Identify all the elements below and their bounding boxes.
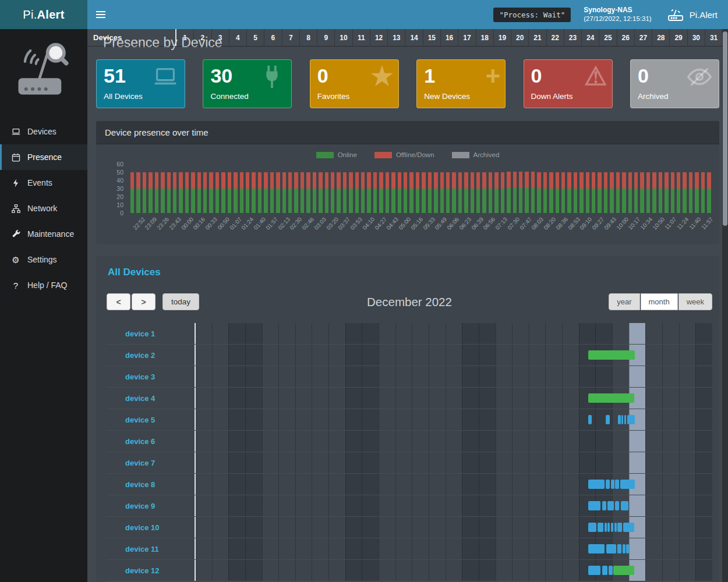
device-link[interactable]: device 8	[112, 480, 155, 489]
presence-bar	[270, 172, 274, 213]
day-cell	[629, 452, 646, 473]
legend-item-online[interactable]: Online	[316, 151, 357, 158]
header-brand-label: Pi.Alert	[690, 10, 718, 20]
presence-event-bar[interactable]	[606, 544, 616, 553]
presence-event-bar[interactable]	[602, 501, 606, 510]
summary-box-favorites[interactable]: 0Favorites★	[310, 59, 399, 108]
presence-event-bar[interactable]	[606, 480, 610, 489]
presence-event-bar[interactable]	[614, 523, 617, 532]
presence-event-bar[interactable]	[607, 523, 610, 532]
day-cell	[362, 366, 379, 387]
presence-event-bar[interactable]	[613, 566, 634, 575]
presence-event-bar[interactable]	[615, 501, 619, 510]
day-cell	[462, 538, 479, 559]
legend-item-archived[interactable]: Archived	[452, 151, 500, 158]
sidebar-item-presence[interactable]: Presence	[0, 144, 87, 170]
device-link[interactable]: device 1	[112, 329, 155, 338]
calendar-prev-button[interactable]: <	[107, 293, 130, 310]
day-cell	[278, 538, 295, 559]
presence-event-bar[interactable]	[588, 480, 605, 489]
presence-event-bar[interactable]	[621, 501, 628, 510]
day-cell	[379, 560, 395, 581]
day-cell	[245, 323, 262, 344]
device-link[interactable]: device 5	[112, 416, 155, 424]
sidebar-item-help-faq[interactable]: ?Help / FAQ	[0, 272, 87, 298]
day-cell	[196, 366, 212, 387]
presence-event-bar[interactable]	[598, 523, 603, 532]
device-link[interactable]: device 2	[112, 351, 155, 360]
presence-event-bar[interactable]	[627, 415, 635, 424]
scrollbar-thumb[interactable]	[723, 31, 727, 226]
device-row-device-1: device 1	[107, 323, 712, 345]
presence-event-bar[interactable]	[617, 544, 621, 553]
day-cell	[362, 345, 379, 365]
device-link[interactable]: device 12	[112, 566, 160, 575]
presence-event-bar[interactable]	[588, 501, 600, 510]
y-axis-tick: 40	[106, 177, 123, 184]
y-axis-tick: 50	[106, 169, 123, 176]
presence-event-bar[interactable]	[623, 544, 625, 553]
presence-event-bar[interactable]	[620, 480, 635, 489]
presence-event-bar[interactable]	[621, 415, 623, 424]
presence-event-bar[interactable]	[615, 480, 619, 489]
summary-box-label: Down Alerts	[531, 92, 605, 101]
calendar-next-button[interactable]: >	[132, 293, 156, 310]
sidebar-item-devices[interactable]: Devices	[0, 119, 87, 144]
presence-event-bar[interactable]	[588, 523, 596, 532]
presence-event-bar[interactable]	[624, 415, 626, 424]
day-cell	[212, 388, 229, 409]
calendar-today-button[interactable]: today	[162, 293, 199, 310]
device-link[interactable]: device 9	[112, 502, 155, 510]
day-cell	[529, 495, 546, 516]
summary-box-all-devices[interactable]: 51All Devices	[96, 59, 185, 108]
sidebar-item-events[interactable]: Events	[0, 170, 87, 196]
presence-event-bar[interactable]	[626, 544, 629, 553]
presence-event-bar[interactable]	[605, 523, 607, 532]
summary-box-archived[interactable]: 0Archived	[630, 59, 719, 108]
presence-event-bar[interactable]	[611, 523, 613, 532]
presence-event-bar[interactable]	[617, 523, 622, 532]
sidebar-item-settings[interactable]: ⚙Settings	[0, 247, 87, 272]
presence-event-bar[interactable]	[623, 523, 634, 532]
summary-box-new-devices[interactable]: 1New Devices+	[416, 59, 506, 108]
device-link[interactable]: device 7	[112, 459, 155, 467]
x-axis-label: 11:07	[662, 214, 674, 241]
day-cell	[662, 409, 679, 430]
presence-event-bar[interactable]	[588, 350, 635, 360]
presence-event-bar[interactable]	[618, 415, 620, 424]
device-link[interactable]: device 10	[112, 523, 160, 532]
presence-event-bar[interactable]	[602, 566, 608, 575]
presence-event-bar[interactable]	[609, 566, 613, 575]
sidebar-toggle-button[interactable]	[87, 0, 114, 29]
calendar-view-button-year[interactable]: year	[609, 293, 639, 310]
presence-event-bar[interactable]	[588, 415, 592, 424]
day-cell	[196, 452, 212, 473]
presence-event-bar[interactable]	[588, 566, 600, 575]
day-cell	[662, 495, 679, 516]
sidebar-item-maintenance[interactable]: Maintenance	[0, 221, 87, 247]
legend-item-offline-down[interactable]: Offline/Down	[374, 151, 434, 158]
presence-event-bar[interactable]	[611, 480, 614, 489]
presence-event-bar[interactable]	[607, 501, 613, 510]
device-link[interactable]: device 6	[112, 437, 155, 446]
day-cell	[446, 366, 462, 387]
calendar-view-button-week[interactable]: week	[678, 293, 712, 310]
day-cell	[429, 323, 446, 344]
day-cell	[545, 345, 562, 365]
day-header-cell: 10	[334, 29, 352, 46]
device-row-device-7: device 7	[107, 452, 712, 474]
presence-event-bar[interactable]	[606, 415, 610, 424]
device-link[interactable]: device 11	[112, 545, 159, 553]
host-info: Synology-NAS (27/12/2022, 12:15:31)	[584, 5, 651, 24]
calendar-view-button-month[interactable]: month	[641, 293, 678, 310]
presence-event-bar[interactable]	[588, 544, 605, 553]
device-link[interactable]: device 4	[112, 394, 155, 403]
presence-event-bar[interactable]	[588, 393, 634, 403]
device-link[interactable]: device 3	[112, 372, 155, 381]
day-cell	[695, 538, 712, 559]
presence-bar	[398, 172, 401, 213]
summary-box-down-alerts[interactable]: 0Down Alerts⚠	[524, 59, 613, 108]
sidebar-item-network[interactable]: Network	[0, 196, 87, 221]
summary-box-connected[interactable]: 30Connected	[203, 59, 292, 108]
app-logo[interactable]: Pi.Alert	[0, 0, 87, 29]
